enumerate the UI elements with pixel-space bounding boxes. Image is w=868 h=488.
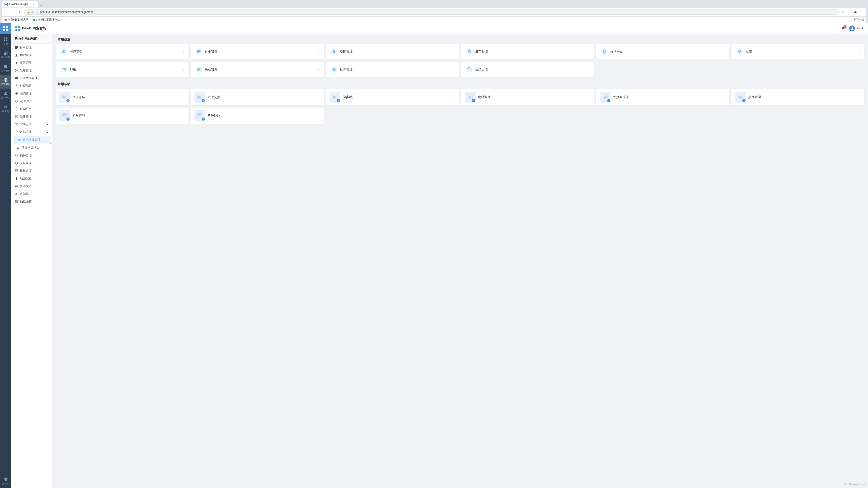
notification-button[interactable]: 1	[840, 25, 846, 32]
extensions-icon[interactable]	[846, 9, 852, 15]
sidebar-item-user-mgmt[interactable]: 用户管理	[11, 51, 52, 59]
user-info[interactable]: admin	[849, 26, 864, 31]
back-button[interactable]: ←	[4, 9, 9, 15]
nav-item-public-data[interactable]: 公共数据	[0, 61, 11, 75]
svg-point-54	[601, 48, 608, 55]
username-label: admin	[857, 27, 864, 30]
common-settings-section-title: 常用设置	[56, 37, 864, 41]
help-card-resource-migration[interactable]: ? 资源迁移	[56, 89, 188, 105]
all-bookmarks-btn[interactable]: 所有书签	[854, 18, 864, 22]
sidebar-item-server-dataset[interactable]: 服务器数据集	[13, 144, 52, 152]
new-tab-button[interactable]: +	[38, 3, 43, 7]
profile-icon[interactable]	[852, 9, 858, 15]
sidebar-group-intelligent-ops[interactable]: 智能运维 ▾	[11, 121, 52, 128]
help-card-permission-mgmt[interactable]: ? 权限管理	[56, 107, 188, 124]
catalog-mgmt-label: 目录管理	[205, 50, 217, 54]
nav-card-load-mgmt[interactable]: 负载管理 ›	[191, 62, 324, 77]
sidebar-label-data-connection: 数据连接	[20, 130, 32, 134]
sidebar-item-publish-mgmt[interactable]: 发布管理	[11, 67, 52, 74]
nav-card-left-plugin: 插件管理	[331, 66, 352, 73]
user-avatar	[849, 26, 855, 31]
svg-rect-15	[6, 51, 7, 55]
refresh-button[interactable]: ↻	[17, 9, 23, 15]
app-logo	[0, 23, 11, 34]
nav-card-left-user: 用户管理	[60, 48, 82, 55]
svg-rect-45	[197, 50, 200, 51]
load-mgmt-icon	[195, 66, 203, 73]
nav-item-my-analysis[interactable]: 我的分析	[0, 48, 11, 61]
nav-item-bi-tools[interactable]: BI工具	[0, 102, 11, 116]
sidebar-item-security-mgmt[interactable]: 安全管理	[11, 159, 52, 167]
sidebar-label-external-config: 外观配置	[20, 84, 48, 88]
nav-card-email[interactable]: 邮箱 ›	[56, 62, 188, 77]
sidebar-item-scheduled-task[interactable]: 定时调度	[11, 97, 52, 105]
svg-point-61	[740, 51, 741, 52]
nav-item-recycle[interactable]: 回收站	[0, 475, 11, 488]
main-content: 常用设置	[52, 34, 868, 488]
sidebar-item-register-mgmt[interactable]: 注册管理	[11, 113, 52, 121]
sidebar-label-map-config: 地图配置	[20, 176, 48, 181]
nav-card-permission-mgmt[interactable]: 权限管理 ›	[326, 44, 459, 59]
browser-toolbar: ← → ↻ 🔓 不安全 spark03:8080/finebi/decision…	[2, 8, 866, 16]
sidebar-item-system-mgmt[interactable]: 系统管理	[11, 90, 52, 97]
bookmark-star-icon[interactable]: ☆	[840, 9, 845, 15]
sidebar-item-external-config[interactable]: 外观配置	[11, 82, 52, 90]
help-card-backup-restore[interactable]: ? 备份还原	[191, 107, 324, 124]
sidebar-label-security-mgmt: 安全管理	[20, 161, 48, 165]
nav-card-mobile-platform[interactable]: 移动平台 ›	[596, 44, 729, 59]
sidebar-item-catalog-mgmt[interactable]: 目录管理	[11, 43, 52, 51]
svg-point-59	[739, 51, 739, 52]
help-card-external-db[interactable]: ? 外接数据库	[596, 89, 729, 105]
sidebar-item-template-auth[interactable]: 模板认证	[11, 167, 52, 175]
bookmark-item-1[interactable]: 电商618数据大屏	[4, 18, 29, 22]
sidebar-item-permission-mgmt[interactable]: 权限管理	[11, 59, 52, 67]
sidebar-label-shuzhibird: 数知鸟	[20, 192, 48, 196]
email-arrow: ›	[183, 68, 184, 71]
nav-card-left-load: 负载管理	[195, 66, 217, 73]
svg-rect-34	[16, 115, 18, 118]
address-bar[interactable]: 🔓 不安全 spark03:8080/finebi/decision#/mana…	[24, 9, 839, 15]
sidebar-label-user-mgmt: 用户管理	[20, 53, 48, 57]
insecure-label: 不安全	[31, 10, 39, 14]
nav-card-catalog-mgmt[interactable]: 目录管理 ›	[191, 44, 324, 59]
svg-rect-21	[18, 29, 20, 31]
sidebar-item-data-connection-mgmt[interactable]: 数据连接管理	[14, 136, 51, 144]
sidebar-item-resource-exchange[interactable]: 资源交接	[11, 182, 52, 190]
help-card-resource-exchange[interactable]: ? 资源交接	[191, 89, 324, 105]
svg-rect-53	[468, 52, 469, 52]
sidebar-item-plugin-mgmt[interactable]: 插件管理	[11, 152, 52, 159]
sidebar-item-public-data-mgmt[interactable]: 公共数据管理	[11, 74, 52, 82]
sidebar-label-scheduled-task: 定时调度	[20, 99, 48, 103]
csdn-badge: CSDN | 中华复兴小洁	[844, 483, 866, 486]
help-card-scheduled-task[interactable]: ? 定时调度	[461, 89, 594, 105]
bookmark-item-2[interactable]: Java互联网架构论...	[32, 18, 61, 22]
nav-item-management[interactable]: 管理系统	[0, 75, 11, 89]
menu-icon[interactable]: ⋮	[859, 9, 864, 15]
svg-rect-46	[197, 51, 200, 52]
sidebar-item-shuzhibird[interactable]: 数知鸟	[11, 190, 52, 198]
active-tab[interactable]: FineBI商业智能 ✕	[2, 1, 38, 7]
nav-card-plugin-mgmt[interactable]: 插件管理 ›	[326, 62, 459, 77]
sidebar-label-server-dataset: 服务器数据集	[22, 146, 48, 150]
sidebar-item-map-config[interactable]: 地图配置	[11, 175, 52, 182]
nav-item-catalog[interactable]: 目录	[0, 34, 11, 48]
settings-card-grid-row2: 邮箱 ›	[56, 62, 864, 77]
nav-card-publish-mgmt[interactable]: 发布管理 ›	[461, 44, 594, 59]
sidebar-label-intelligent-ops: 智能运维	[20, 122, 32, 126]
nav-card-user-mgmt[interactable]: 用户管理 ›	[56, 44, 188, 59]
tab-close-btn[interactable]: ✕	[33, 3, 35, 6]
nav-card-cloud-ops[interactable]: 云端运维 ›	[461, 62, 594, 77]
sidebar-label-extract-cache: 抽数缓存	[20, 199, 48, 203]
svg-rect-11	[4, 39, 5, 41]
cloud-ops-icon	[466, 66, 473, 73]
sms-icon	[736, 48, 743, 55]
nav-item-user-center[interactable]: 用户中心	[0, 89, 11, 102]
help-card-sync-users[interactable]: ? 同步用户	[326, 89, 459, 105]
sidebar-group-data-connection[interactable]: 数据连接 ▴	[11, 128, 52, 136]
forward-button[interactable]: →	[10, 9, 16, 15]
sidebar-item-extract-cache[interactable]: 抽数缓存	[11, 198, 52, 205]
help-card-plugin-mgmt[interactable]: ? 插件管理	[732, 89, 864, 105]
nav-card-left-publish: 发布管理	[466, 48, 488, 55]
nav-card-sms[interactable]: 短信 ›	[732, 44, 864, 59]
sidebar-item-mobile-platform[interactable]: 移动平台	[11, 105, 52, 113]
